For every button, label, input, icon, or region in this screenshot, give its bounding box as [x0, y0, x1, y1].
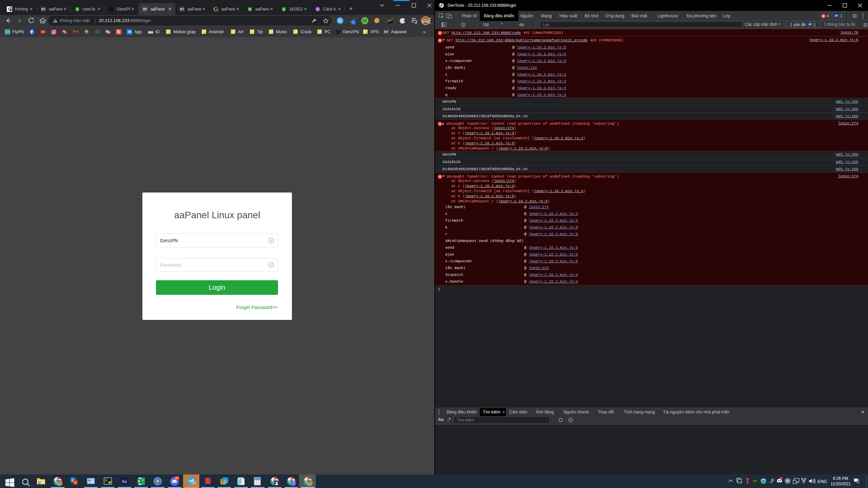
svg-text:Ae: Ae	[122, 479, 127, 484]
svg-text:W: W	[106, 30, 108, 33]
svg-text:V: V	[109, 31, 111, 34]
svg-text:V: V	[74, 481, 77, 485]
svg-text:X: X	[138, 479, 140, 483]
svg-text:@: @	[223, 480, 226, 483]
